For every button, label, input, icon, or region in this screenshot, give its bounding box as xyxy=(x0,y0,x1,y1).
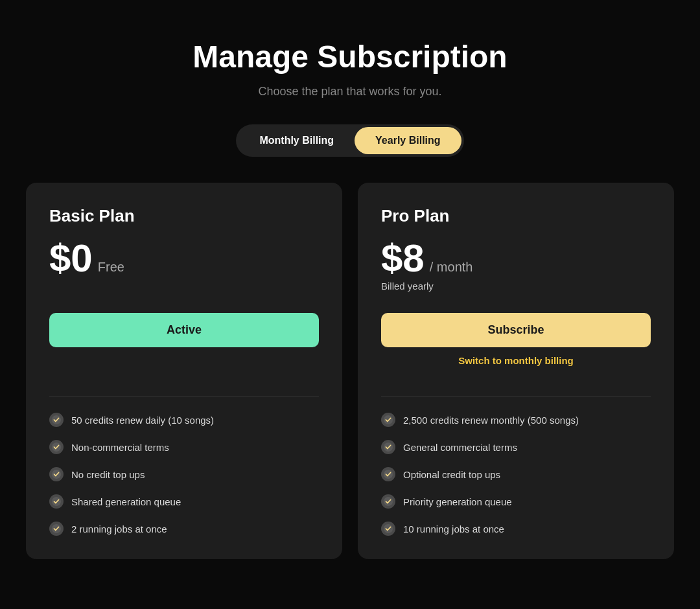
feature-text: 2,500 credits renew monthly (500 songs) xyxy=(403,415,579,426)
yearly-billing-tab[interactable]: Yearly Billing xyxy=(355,127,461,154)
pro-plan-price-label: / month xyxy=(430,260,473,275)
basic-plan-billing-note xyxy=(49,281,319,295)
pro-plan-price: $8 xyxy=(381,239,425,278)
list-item: 2 running jobs at once xyxy=(49,522,319,536)
feature-text: Non-commercial terms xyxy=(71,442,169,453)
pro-plan-features: 2,500 credits renew monthly (500 songs) … xyxy=(381,413,651,536)
check-icon xyxy=(381,413,395,427)
pro-plan-subscribe-button[interactable]: Subscribe xyxy=(381,313,651,347)
basic-plan-switch-link xyxy=(49,355,319,368)
list-item: Shared generation queue xyxy=(49,494,319,509)
basic-plan-price: $0 xyxy=(49,239,93,278)
basic-plan-price-row: $0 Free xyxy=(49,239,319,278)
basic-plan-features: 50 credits renew daily (10 songs) Non-co… xyxy=(49,413,319,536)
basic-plan-price-label: Free xyxy=(98,260,124,275)
pro-plan-card: Pro Plan $8 / month Billed yearly Subscr… xyxy=(358,183,674,559)
page-title: Manage Subscription xyxy=(192,39,507,75)
check-icon xyxy=(49,522,64,536)
feature-text: No credit top ups xyxy=(71,469,145,480)
feature-text: 10 running jobs at once xyxy=(403,523,504,534)
list-item: 50 credits renew daily (10 songs) xyxy=(49,413,319,427)
billing-toggle: Monthly Billing Yearly Billing xyxy=(236,124,463,157)
plans-container: Basic Plan $0 Free Active 50 credits ren… xyxy=(26,183,674,559)
feature-text: Optional credit top ups xyxy=(403,469,500,480)
feature-text: Priority generation queue xyxy=(403,496,512,507)
pro-plan-billing-note: Billed yearly xyxy=(381,281,651,295)
check-icon xyxy=(381,494,395,509)
list-item: Non-commercial terms xyxy=(49,440,319,454)
pro-plan-name: Pro Plan xyxy=(381,206,651,226)
check-icon xyxy=(49,413,64,427)
list-item: 2,500 credits renew monthly (500 songs) xyxy=(381,413,651,427)
pro-plan-switch-link[interactable]: Switch to monthly billing xyxy=(381,355,651,368)
basic-plan-active-button[interactable]: Active xyxy=(49,313,319,347)
check-icon xyxy=(49,467,64,481)
basic-plan-divider xyxy=(49,396,319,397)
check-icon xyxy=(381,440,395,454)
check-icon xyxy=(49,440,64,454)
check-icon xyxy=(381,522,395,536)
feature-text: 2 running jobs at once xyxy=(71,523,167,534)
check-icon xyxy=(381,467,395,481)
list-item: General commercial terms xyxy=(381,440,651,454)
monthly-billing-tab[interactable]: Monthly Billing xyxy=(239,127,355,154)
basic-plan-name: Basic Plan xyxy=(49,206,319,226)
page-subtitle: Choose the plan that works for you. xyxy=(258,85,441,98)
pro-plan-divider xyxy=(381,396,651,397)
list-item: Priority generation queue xyxy=(381,494,651,509)
list-item: 10 running jobs at once xyxy=(381,522,651,536)
list-item: Optional credit top ups xyxy=(381,467,651,481)
list-item: No credit top ups xyxy=(49,467,319,481)
feature-text: 50 credits renew daily (10 songs) xyxy=(71,415,214,426)
check-icon xyxy=(49,494,64,509)
feature-text: General commercial terms xyxy=(403,442,517,453)
basic-plan-card: Basic Plan $0 Free Active 50 credits ren… xyxy=(26,183,342,559)
feature-text: Shared generation queue xyxy=(71,496,181,507)
pro-plan-price-row: $8 / month xyxy=(381,239,651,278)
